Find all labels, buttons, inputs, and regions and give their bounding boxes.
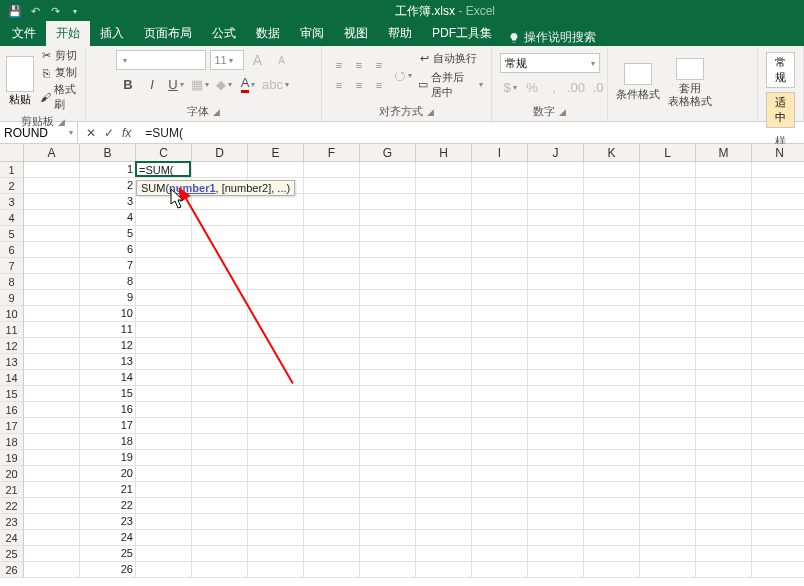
cell[interactable]	[192, 338, 248, 354]
cell[interactable]	[528, 258, 584, 274]
orientation-button[interactable]: ⭯▾	[392, 65, 412, 85]
tab-view[interactable]: 视图	[334, 21, 378, 46]
align-right-button[interactable]: ≡	[370, 76, 388, 94]
phonetic-button[interactable]: abc▾	[262, 74, 289, 94]
cell[interactable]	[640, 178, 696, 194]
cell[interactable]	[752, 338, 804, 354]
cell[interactable]	[24, 546, 80, 562]
cell[interactable]	[584, 514, 640, 530]
wrap-text-button[interactable]: ↩自动换行	[418, 51, 483, 66]
alignment-launcher-icon[interactable]: ◢	[427, 107, 434, 117]
row-header-2[interactable]: 2	[0, 178, 24, 194]
cell[interactable]	[752, 274, 804, 290]
cell[interactable]	[416, 402, 472, 418]
font-launcher-icon[interactable]: ◢	[213, 107, 220, 117]
bold-button[interactable]: B	[118, 74, 138, 94]
cell[interactable]	[304, 482, 360, 498]
row-header-4[interactable]: 4	[0, 210, 24, 226]
cell[interactable]	[752, 162, 804, 178]
cell[interactable]	[360, 386, 416, 402]
cell[interactable]	[472, 178, 528, 194]
cell[interactable]	[696, 434, 752, 450]
cell[interactable]	[248, 354, 304, 370]
cell[interactable]	[752, 450, 804, 466]
cell[interactable]	[192, 498, 248, 514]
cell[interactable]	[304, 386, 360, 402]
cell[interactable]	[248, 338, 304, 354]
font-name-select[interactable]: ▾	[116, 50, 206, 70]
cell[interactable]	[248, 194, 304, 210]
cell[interactable]	[696, 466, 752, 482]
cell[interactable]	[584, 322, 640, 338]
cell[interactable]	[584, 466, 640, 482]
cell[interactable]: 14	[80, 370, 136, 386]
cell[interactable]	[360, 498, 416, 514]
number-format-select[interactable]: 常规▾	[500, 53, 600, 73]
cancel-formula-button[interactable]: ✕	[86, 126, 96, 140]
column-header-N[interactable]: N	[752, 144, 804, 162]
cell[interactable]	[528, 482, 584, 498]
cell[interactable]	[640, 546, 696, 562]
cell[interactable]	[136, 322, 192, 338]
cell[interactable]	[696, 482, 752, 498]
column-header-K[interactable]: K	[584, 144, 640, 162]
cell[interactable]	[192, 530, 248, 546]
cell[interactable]	[640, 306, 696, 322]
cell[interactable]	[752, 226, 804, 242]
cell[interactable]	[248, 210, 304, 226]
cell[interactable]: 4	[80, 210, 136, 226]
cell[interactable]	[304, 450, 360, 466]
select-all-corner[interactable]	[0, 144, 24, 162]
cell[interactable]	[304, 514, 360, 530]
cell[interactable]	[304, 290, 360, 306]
cell[interactable]	[24, 434, 80, 450]
cell[interactable]	[360, 370, 416, 386]
cell[interactable]	[472, 562, 528, 578]
cell[interactable]	[24, 562, 80, 578]
cell[interactable]	[528, 226, 584, 242]
cell[interactable]	[304, 418, 360, 434]
cell[interactable]	[528, 546, 584, 562]
cell[interactable]	[584, 274, 640, 290]
row-header-12[interactable]: 12	[0, 338, 24, 354]
cell[interactable]	[696, 354, 752, 370]
tab-home[interactable]: 开始	[46, 21, 90, 46]
cell[interactable]	[584, 178, 640, 194]
column-header-J[interactable]: J	[528, 144, 584, 162]
cell[interactable]	[584, 562, 640, 578]
cell[interactable]	[248, 498, 304, 514]
cell[interactable]	[416, 210, 472, 226]
cell[interactable]	[304, 498, 360, 514]
cell[interactable]	[24, 306, 80, 322]
cell[interactable]	[360, 514, 416, 530]
cell[interactable]	[640, 274, 696, 290]
cell[interactable]	[416, 178, 472, 194]
cell[interactable]	[304, 354, 360, 370]
cell[interactable]	[360, 450, 416, 466]
cell[interactable]	[528, 370, 584, 386]
cell[interactable]: 9	[80, 290, 136, 306]
cell[interactable]	[248, 562, 304, 578]
cell[interactable]	[360, 338, 416, 354]
cell[interactable]	[528, 418, 584, 434]
cell[interactable]	[360, 210, 416, 226]
cell[interactable]	[472, 338, 528, 354]
cell[interactable]	[304, 546, 360, 562]
cell[interactable]	[136, 514, 192, 530]
enter-formula-button[interactable]: ✓	[104, 126, 114, 140]
cell[interactable]	[304, 242, 360, 258]
tooltip-arg-number1[interactable]: number1	[169, 182, 215, 194]
redo-icon[interactable]: ↷	[48, 4, 62, 18]
cell[interactable]	[192, 322, 248, 338]
cell[interactable]	[192, 418, 248, 434]
cell[interactable]	[136, 242, 192, 258]
cell[interactable]	[584, 402, 640, 418]
cell[interactable]	[528, 338, 584, 354]
cell[interactable]	[472, 466, 528, 482]
align-bottom-button[interactable]: ≡	[370, 56, 388, 74]
cell[interactable]	[416, 466, 472, 482]
cell[interactable]	[136, 498, 192, 514]
cell[interactable]	[416, 498, 472, 514]
cell[interactable]	[24, 178, 80, 194]
row-header-5[interactable]: 5	[0, 226, 24, 242]
